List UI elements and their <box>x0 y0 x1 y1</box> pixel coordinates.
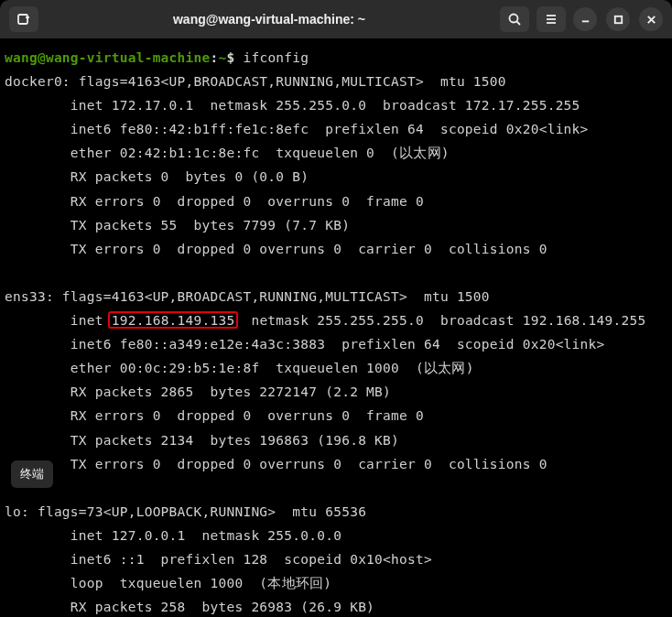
search-button[interactable] <box>500 6 529 32</box>
svg-point-3 <box>510 15 518 23</box>
output-line: inet 172.17.0.1 netmask 255.255.0.0 broa… <box>5 98 580 113</box>
output-line: TX packets 55 bytes 7799 (7.7 KB) <box>5 218 350 233</box>
output-line: RX errors 0 dropped 0 overruns 0 frame 0 <box>5 194 424 209</box>
svg-rect-9 <box>614 16 621 22</box>
output-line: RX packets 2865 bytes 2272147 (2.2 MB) <box>5 384 391 399</box>
output-line: TX packets 2134 bytes 196863 (196.8 KB) <box>5 433 399 448</box>
output-line: TX errors 0 dropped 0 overruns 0 carrier… <box>5 242 547 256</box>
window-title: wang@wang-virtual-machine: ~ <box>46 12 493 27</box>
prompt-userhost: wang@wang-virtual-machine <box>5 50 211 65</box>
output-line: docker0: flags=4163<UP,BROADCAST,RUNNING… <box>5 74 506 89</box>
output-line: inet 127.0.0.1 netmask 255.0.0.0 <box>5 528 341 543</box>
output-line: ether 02:42:b1:1c:8e:fc txqueuelen 0 (以太… <box>5 146 450 160</box>
svg-rect-0 <box>18 15 27 24</box>
command-text: ifconfig <box>243 50 309 65</box>
minimize-button[interactable] <box>573 7 597 31</box>
maximize-button[interactable] <box>606 7 630 31</box>
window-titlebar: wang@wang-virtual-machine: ~ <box>0 0 672 38</box>
terminal-output[interactable]: wang@wang-virtual-machine:~$ ifconfig do… <box>0 38 672 617</box>
output-line: inet <box>5 313 112 328</box>
close-button[interactable] <box>639 7 663 31</box>
highlighted-ip: 192.168.149.135 <box>112 313 235 328</box>
side-label: 终端 <box>11 460 53 488</box>
output-line: lo: flags=73<UP,LOOPBACK,RUNNING> mtu 65… <box>5 504 366 519</box>
output-line: inet6 fe80::42:b1ff:fe1c:8efc prefixlen … <box>5 122 589 136</box>
output-line: loop txqueuelen 1000 (本地环回) <box>5 576 331 590</box>
output-line: ether 00:0c:29:b5:1e:8f txqueuelen 1000 … <box>5 361 474 375</box>
svg-line-4 <box>517 22 521 26</box>
output-line: RX errors 0 dropped 0 overruns 0 frame 0 <box>5 408 424 423</box>
output-line: inet6 ::1 prefixlen 128 scopeid 0x10<hos… <box>5 552 432 567</box>
menu-button[interactable] <box>537 6 566 32</box>
output-line: RX packets 258 bytes 26983 (26.9 KB) <box>5 600 374 614</box>
prompt-dollar: $ <box>226 50 243 65</box>
output-line: ens33: flags=4163<UP,BROADCAST,RUNNING,M… <box>5 289 490 304</box>
output-line: inet6 fe80::a349:e12e:4a3c:3883 prefixle… <box>5 337 605 352</box>
output-line: RX packets 0 bytes 0 (0.0 B) <box>5 169 309 184</box>
output-line: netmask 255.255.255.0 broadcast 192.168.… <box>234 313 645 328</box>
output-line: TX errors 0 dropped 0 overruns 0 carrier… <box>5 457 547 471</box>
new-tab-button[interactable] <box>9 6 38 32</box>
